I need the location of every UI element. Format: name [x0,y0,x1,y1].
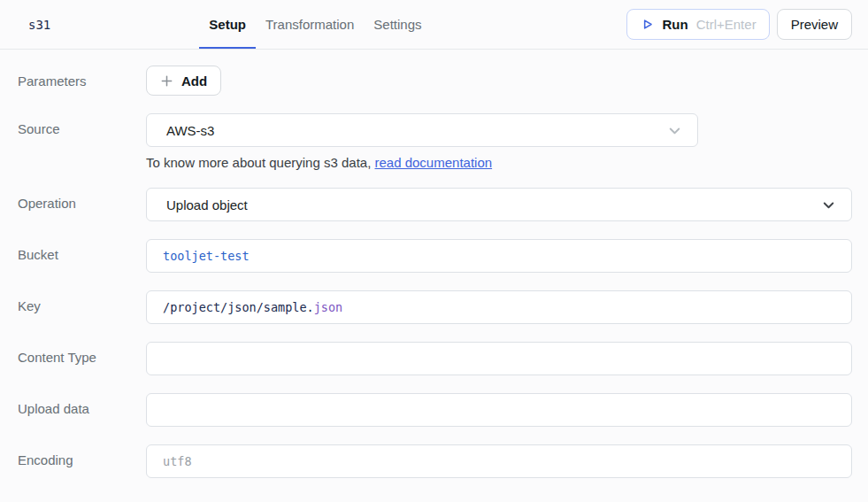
tab-setup[interactable]: Setup [199,0,256,49]
bucket-row: Bucket tooljet-test [18,239,852,273]
key-label: Key [18,290,146,324]
source-label: Source [18,113,146,170]
content-type-label: Content Type [18,342,146,375]
encoding-row: Encoding utf8 [18,444,852,478]
play-icon [640,17,655,32]
run-shortcut: Ctrl+Enter [696,17,757,32]
encoding-label: Encoding [18,444,146,478]
chevron-down-icon [820,197,837,213]
add-parameter-button[interactable]: Add [146,66,221,96]
run-button-label: Run [663,17,688,32]
key-input-path: /project/json/sample. [163,300,314,314]
plus-icon [160,74,173,88]
read-documentation-link[interactable]: read documentation [375,155,493,170]
chevron-down-icon [666,122,683,139]
encoding-input-value: utf8 [163,454,192,468]
query-tabs: Setup Transformation Settings [199,0,431,49]
parameters-row: Parameters Add [18,66,852,96]
run-button[interactable]: Run Ctrl+Enter [626,9,770,40]
source-help-prefix: To know more about querying s3 data, [146,155,375,170]
source-help-text: To know more about querying s3 data, rea… [146,155,852,170]
bucket-label: Bucket [18,239,146,273]
tab-transformation[interactable]: Transformation [256,0,364,49]
header-actions: Run Ctrl+Enter Preview [626,0,852,49]
source-row: Source AWS-s3 To know more about queryin… [18,113,852,170]
preview-button[interactable]: Preview [777,9,852,40]
content-type-row: Content Type [18,342,852,375]
query-editor-panel: s31 Setup Transformation Settings Run Ct… [0,0,868,502]
key-input-extension: json [314,300,343,314]
add-parameter-label: Add [181,73,207,89]
upload-data-input[interactable] [146,393,852,427]
source-select[interactable]: AWS-s3 [146,113,698,147]
query-form: Parameters Add Source AWS-s3 [0,50,868,478]
upload-data-row: Upload data [18,393,852,427]
content-type-input[interactable] [146,342,852,375]
encoding-input[interactable]: utf8 [146,444,852,478]
query-header: s31 Setup Transformation Settings Run Ct… [0,0,868,50]
upload-data-label: Upload data [18,393,146,427]
operation-label: Operation [18,188,146,221]
operation-select-value: Upload object [166,197,248,212]
parameters-label: Parameters [18,66,146,96]
key-row: Key /project/json/sample.json [18,290,852,324]
query-name[interactable]: s31 [28,18,50,32]
operation-row: Operation Upload object [18,188,852,221]
source-select-value: AWS-s3 [166,123,214,138]
key-input[interactable]: /project/json/sample.json [146,290,852,324]
tab-settings[interactable]: Settings [364,0,431,49]
bucket-input[interactable]: tooljet-test [146,239,852,273]
bucket-input-value: tooljet-test [163,249,250,263]
operation-select[interactable]: Upload object [146,188,852,221]
